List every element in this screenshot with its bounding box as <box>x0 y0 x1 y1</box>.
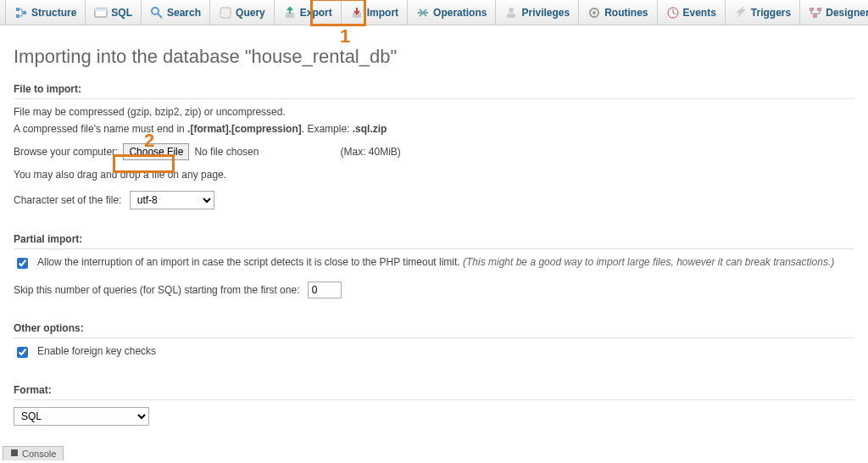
tab-label: Search <box>167 7 201 19</box>
choose-file-button[interactable]: Choose File <box>123 143 189 160</box>
top-nav: Structure SQL Search Query Export Import… <box>0 0 868 25</box>
tab-label: Triggers <box>751 7 791 19</box>
tab-routines[interactable]: Routines <box>579 0 657 25</box>
svg-rect-7 <box>220 8 231 18</box>
tab-query[interactable]: Query <box>210 0 275 25</box>
console-label: Console <box>22 449 56 459</box>
charset-select[interactable]: utf-8 <box>130 191 214 209</box>
tab-label: Structure <box>31 7 76 19</box>
svg-rect-17 <box>813 14 817 18</box>
svg-rect-4 <box>95 8 107 11</box>
svg-rect-15 <box>810 8 814 11</box>
sql-icon <box>94 6 108 20</box>
page-title: Importing into the database "house_renta… <box>14 46 854 68</box>
compress-hint: File may be compressed (gzip, bzip2, zip… <box>14 106 854 118</box>
format-row: SQL <box>14 407 854 426</box>
svg-point-5 <box>152 8 159 14</box>
svg-rect-0 <box>16 8 19 11</box>
tab-label: Import <box>367 7 398 19</box>
format-select[interactable]: SQL <box>14 407 149 426</box>
format-heading: Format: <box>14 384 854 400</box>
tab-search[interactable]: Search <box>142 0 210 25</box>
svg-rect-18 <box>11 449 18 456</box>
max-size-text: (Max: 40MiB) <box>340 146 400 158</box>
allow-interrupt-checkbox[interactable] <box>17 258 28 269</box>
privileges-icon <box>504 6 518 20</box>
partial-heading: Partial import: <box>14 233 854 249</box>
designer-icon <box>809 6 822 20</box>
tab-export[interactable]: Export <box>275 0 342 25</box>
skip-label: Skip this number of queries (for SQL) st… <box>14 284 299 296</box>
tab-operations[interactable]: Operations <box>408 0 496 25</box>
tab-sql[interactable]: SQL <box>86 0 142 25</box>
operations-icon <box>416 6 430 20</box>
console-icon <box>10 449 19 459</box>
tab-privileges[interactable]: Privileges <box>496 0 579 25</box>
console-toggle[interactable]: Console <box>3 446 64 460</box>
tab-designer[interactable]: Designer <box>800 0 868 25</box>
tab-label: Routines <box>604 7 648 19</box>
tab-label: Events <box>683 7 716 19</box>
content-area: Importing into the database "house_renta… <box>0 25 868 439</box>
svg-point-10 <box>509 8 514 13</box>
triggers-icon <box>734 6 748 20</box>
tab-label: Query <box>236 7 265 19</box>
svg-rect-11 <box>507 14 515 18</box>
events-icon <box>666 6 680 20</box>
tab-label: SQL <box>111 7 132 19</box>
skip-number-input[interactable] <box>308 282 342 298</box>
tab-structure[interactable]: Structure <box>5 0 86 25</box>
fk-row: Enable foreign key checks <box>14 345 854 360</box>
tab-label: Operations <box>433 7 487 19</box>
compress-hint-2: A compressed file's name must end in .[f… <box>14 123 854 135</box>
tab-import[interactable]: Import <box>342 0 408 25</box>
foreign-key-checkbox[interactable] <box>17 347 28 358</box>
export-icon <box>283 6 297 20</box>
drag-hint: You may also drag and drop a file on any… <box>14 169 854 181</box>
other-heading: Other options: <box>14 322 854 338</box>
tab-triggers[interactable]: Triggers <box>726 0 800 25</box>
svg-rect-16 <box>817 8 821 11</box>
svg-point-13 <box>593 11 596 14</box>
charset-row: Character set of the file: utf-8 <box>14 191 854 209</box>
tab-label: Export <box>300 7 332 19</box>
fk-label: Enable foreign key checks <box>37 345 156 357</box>
svg-line-6 <box>158 14 162 18</box>
tab-label: Privileges <box>521 7 570 19</box>
charset-label: Character set of the file: <box>14 194 121 206</box>
skip-row: Skip this number of queries (for SQL) st… <box>14 282 854 298</box>
browse-label: Browse your computer: <box>14 146 118 158</box>
search-icon <box>150 6 164 20</box>
tab-label: Designer <box>826 7 868 19</box>
routines-icon <box>587 6 601 20</box>
no-file-text: No file chosen <box>194 146 259 158</box>
svg-rect-1 <box>16 14 19 18</box>
allow-interrupt-row: Allow the interruption of an import in c… <box>14 256 854 271</box>
file-import-heading: File to import: <box>14 83 854 99</box>
svg-rect-2 <box>23 11 26 14</box>
structure-icon <box>14 6 28 20</box>
allow-interrupt-label: Allow the interruption of an import in c… <box>37 256 834 268</box>
tab-events[interactable]: Events <box>658 0 726 25</box>
browse-row: Browse your computer: Choose File No fil… <box>14 143 854 160</box>
query-icon <box>219 6 232 20</box>
import-icon <box>350 6 364 20</box>
